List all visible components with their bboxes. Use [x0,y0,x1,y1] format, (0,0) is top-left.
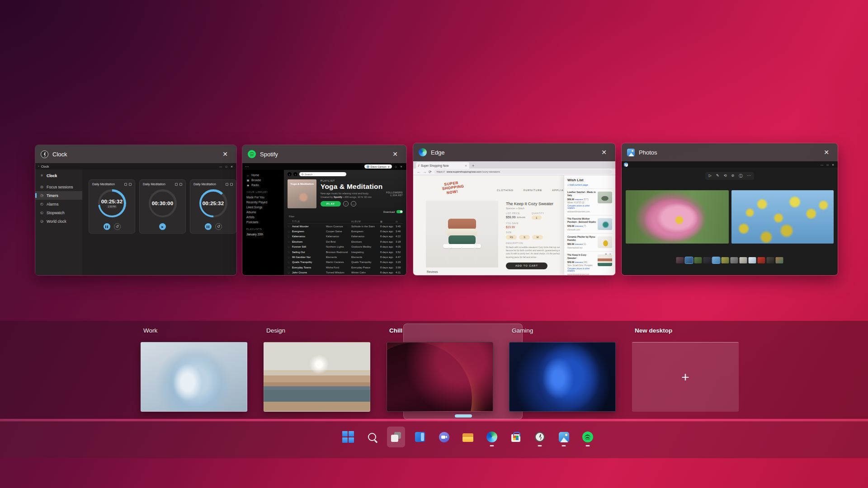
filter-row: Filter [288,215,403,218]
window-edge[interactable]: Edge ✕ / Super Shopping Now ✕ + ← → ⟳ ht… [413,143,616,276]
track-table: TITLE ALBUM ▦ ◷ ♡Astral WonderMoon Cosmo… [288,219,403,275]
new-desktop-label[interactable]: New desktop [635,327,672,334]
forward-icon: → [423,170,426,174]
desktop-thumb-design[interactable] [264,342,370,412]
photos-titlebar-icon [624,163,628,167]
close-icon[interactable]: ✕ [598,146,610,158]
running-indicator [562,445,566,446]
spotify-app-thumbnail[interactable]: ⋯ Dave Carson∨ — □ ✕ ⌂Home ▦Browse ◉Radi… [242,163,406,275]
track-table-header: TITLE ALBUM ▦ ◷ [288,219,403,224]
filmstrip-thumb [767,257,774,263]
edge-address-bar-row: ← → ⟳ https://www.supershoppingnow.com/c… [413,169,615,175]
delete-icon: ⊘ [731,174,734,178]
photo-lotus [626,190,729,244]
store-icon [511,434,520,442]
clock-app-thumbnail[interactable]: ◔ Clock — □ ✕ ≡Clock ◎Focus sessions ◷Ti… [35,163,236,275]
fullscreen-icon [129,183,132,186]
product-thumbnail [598,192,612,203]
wish-list-card: ⊞ ✕ The Keep It Cozy Sweater $59.99 ★★★★… [567,251,612,275]
running-indicator [586,445,590,446]
photos-toolbar: ▷ ✎ ⟲ ⊘ ⓘ ⋯ [705,172,754,180]
product-thumbnail [598,254,612,266]
timer-time: 00:30:00 [152,201,174,206]
window-title: Clock [52,151,67,158]
forward-icon: › [293,172,297,176]
timer-time: 00:25:32 [203,201,224,206]
close-icon[interactable]: ✕ [219,148,231,160]
window-photos[interactable]: Photos ✕ — □ ✕ ▷ ✎ ⟲ ⊘ ⓘ ⋯ [621,143,838,276]
start-button[interactable] [339,427,357,447]
clock-sidebar-item-focus: ◎Focus sessions [35,183,82,191]
filmstrip-thumb [740,257,747,263]
desktop-label-gaming[interactable]: Gaming [512,327,533,334]
add-to-cart-button: ADD TO CART [506,263,547,269]
taskbar [339,427,597,450]
wish-list-title: Wish List [567,178,612,182]
playlist-cover-art: Yoga & Meditation [288,179,316,208]
window-edge-header[interactable]: Edge ✕ [413,143,615,161]
track-row: ♡Forever StillNorthern LightsOutdoors Me… [288,244,403,249]
spotify-button[interactable] [579,427,597,447]
window-clock-header[interactable]: Clock ✕ [35,145,236,163]
filmstrip-thumb-selected [712,257,720,263]
reload-icon: ⟳ [429,170,432,174]
photos-titlebar: — □ ✕ [622,161,838,168]
reset-button: ↺ [114,223,121,230]
photos-button[interactable] [555,427,573,447]
close-icon[interactable]: ✕ [821,146,832,158]
desktop-label-work[interactable]: Work [143,327,157,334]
chat-button[interactable] [435,427,453,447]
edge-app-thumbnail[interactable]: / Super Shopping Now ✕ + ← → ⟳ https://w… [413,161,615,275]
desktop-label-chill[interactable]: Chill [389,327,402,334]
desktop-thumb-gaming[interactable] [509,342,616,412]
task-view-button[interactable] [387,427,405,447]
search-icon [368,433,376,441]
desktop-label-design[interactable]: Design [266,327,285,334]
window-clock[interactable]: Clock ✕ ◔ Clock — □ ✕ ≡Clock ◎Focus sess… [35,145,237,276]
window-photos-header[interactable]: Photos ✕ [622,143,838,161]
widgets-button[interactable] [411,427,429,447]
photos-app-thumbnail[interactable]: — □ ✕ ▷ ✎ ⟲ ⊘ ⓘ ⋯ [622,161,838,275]
plus-icon: + [681,370,689,385]
file-explorer-button[interactable] [459,427,477,447]
new-desktop-button[interactable]: + [632,342,739,412]
spotify-icon [248,150,256,158]
tab-favicon: / [418,164,419,167]
track-row: ♡ElectivesDel BrisiElectives8 days ago3:… [288,239,403,244]
edge-button[interactable] [483,427,501,447]
filmstrip-thumb-selected [685,257,693,263]
close-icon[interactable]: ✕ [389,148,401,160]
wish-list-card: Leather Satchel - Made in Italy $69.99 ★… [567,188,612,213]
stopwatch-icon: ◵ [40,211,44,215]
tab-title: Super Shopping Now [421,164,448,167]
search-button[interactable] [363,427,381,447]
sidebar-item-home: ⌂Home [246,173,284,178]
store-button[interactable] [507,427,525,447]
user-chip: Dave Carson∨ [364,164,392,169]
track-row: ♡Astral WonderMoon CosmosSolitude in the… [288,224,403,229]
more-icon: ⋯ [747,174,750,178]
clock-app-button[interactable] [531,427,549,447]
track-row: ♡Everyday TownsMisha FordEveryday Peace8… [288,265,403,270]
window-spotify[interactable]: Spotify ✕ ⋯ Dave Carson∨ — □ ✕ ⌂Home ▦Br… [242,145,407,276]
play-button: ▶ [159,223,166,230]
photo-rapeseed [731,190,834,244]
window-spotify-header[interactable]: Spotify ✕ [242,145,406,163]
duration-icon: ◷ [396,220,403,223]
playlists-heading: PLAYLISTS [246,228,284,230]
desktop-thumb-chill[interactable] [387,342,493,412]
tab-close-icon: ✕ [465,164,467,167]
star-rating: ★★★★★ [575,261,583,263]
window-title: Edge [431,149,444,156]
clock-icon [535,432,545,442]
filmstrip-thumb [731,257,738,263]
filmstrip-thumb [676,257,684,263]
active-desktop-indicator [455,414,472,418]
edge-icon [419,148,427,156]
spotify-sidebar: ⌂Home ▦Browse ◉Radio YOUR LIBRARY Made F… [242,170,284,275]
sidebar-item-browse: ▦Browse [246,178,284,183]
sidebar-item-radio: ◉Radio [246,183,284,188]
date-added-icon: ▦ [380,220,396,223]
wish-list-card: Ceramic Pitcher by Ryou Kaneko $80.99 ★★… [567,233,612,249]
desktop-thumb-work[interactable] [141,342,247,412]
